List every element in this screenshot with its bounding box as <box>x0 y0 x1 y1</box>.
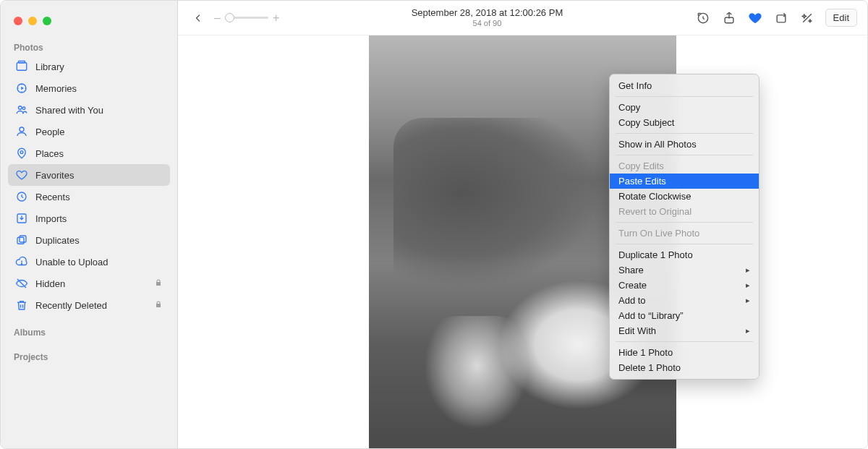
auto-enhance-icon[interactable] <box>799 10 815 26</box>
sidebar-item-hidden[interactable]: Hidden <box>8 273 170 294</box>
sidebar-item-label: Unable to Upload <box>35 257 108 268</box>
menu-add-to[interactable]: Add to▸ <box>610 293 759 308</box>
minimize-window-button[interactable] <box>28 17 37 25</box>
toolbar-title-area: September 28, 2018 at 12:00:26 PM 54 of … <box>285 7 689 28</box>
shared-icon <box>15 103 28 116</box>
menu-copy-subject[interactable]: Copy Subject <box>610 115 759 130</box>
sidebar-item-label: Favorites <box>35 170 74 181</box>
sidebar-item-unable-to-upload[interactable]: Unable to Upload <box>8 251 170 273</box>
menu-revert-to-original: Revert to Original <box>610 204 759 219</box>
svg-marker-3 <box>21 87 24 90</box>
sidebar-item-label: Shared with You <box>35 105 103 116</box>
sidebar-item-label: Recently Deleted <box>35 300 107 311</box>
sidebar-item-label: People <box>35 127 64 137</box>
duplicates-icon <box>15 234 28 247</box>
svg-point-12 <box>21 263 22 264</box>
sidebar-item-duplicates[interactable]: Duplicates <box>8 229 170 251</box>
menu-separator <box>616 341 753 342</box>
svg-point-5 <box>22 107 25 110</box>
photo-counter: 54 of 90 <box>285 19 689 28</box>
sidebar-nav: Library Memories Shared with You People <box>1 56 177 316</box>
menu-create[interactable]: Create▸ <box>610 278 759 293</box>
people-icon <box>15 125 28 138</box>
sidebar-item-favorites[interactable]: Favorites <box>8 164 170 186</box>
menu-share[interactable]: Share▸ <box>610 262 759 278</box>
menu-delete[interactable]: Delete 1 Photo <box>610 360 759 375</box>
sidebar-item-recents[interactable]: Recents <box>8 186 170 208</box>
chevron-right-icon: ▸ <box>746 281 750 290</box>
svg-rect-1 <box>19 61 25 63</box>
window-controls <box>1 7 177 38</box>
heart-icon <box>15 168 28 181</box>
menu-rotate-clockwise[interactable]: Rotate Clockwise <box>610 189 759 204</box>
edit-button[interactable]: Edit <box>825 9 857 27</box>
sidebar-item-shared-with-you[interactable]: Shared with You <box>8 99 170 121</box>
zoom-slider[interactable]: – + <box>214 12 279 25</box>
photo-viewer[interactable] <box>178 35 867 448</box>
memories-icon <box>15 82 28 95</box>
menu-get-info[interactable]: Get Info <box>610 78 759 93</box>
sidebar-section-albums[interactable]: Albums <box>1 323 177 341</box>
sidebar-item-label: Imports <box>35 213 67 224</box>
menu-copy[interactable]: Copy <box>610 100 759 115</box>
add-date-icon[interactable] <box>695 10 711 26</box>
sidebar-item-label: Library <box>35 61 64 72</box>
sidebar-item-places[interactable]: Places <box>8 142 170 164</box>
toolbar-actions: Edit <box>695 9 857 27</box>
menu-separator <box>616 222 753 223</box>
svg-point-7 <box>20 151 23 154</box>
lock-icon <box>154 278 163 289</box>
context-menu: Get Info Copy Copy Subject Show in All P… <box>609 74 760 380</box>
menu-copy-edits: Copy Edits <box>610 158 759 174</box>
main-content: – + September 28, 2018 at 12:00:26 PM 54… <box>178 1 867 448</box>
sidebar-item-recently-deleted[interactable]: Recently Deleted <box>8 294 170 316</box>
zoom-plus-label: + <box>273 12 279 25</box>
menu-separator <box>616 133 753 134</box>
zoom-window-button[interactable] <box>43 17 51 25</box>
menu-separator <box>616 155 753 155</box>
svg-rect-0 <box>17 63 27 71</box>
chevron-right-icon: ▸ <box>746 265 750 275</box>
sidebar-item-label: Duplicates <box>35 235 80 246</box>
cloud-alert-icon <box>15 255 28 268</box>
sidebar-item-label: Memories <box>35 83 77 94</box>
menu-paste-edits[interactable]: Paste Edits <box>610 174 759 189</box>
chevron-right-icon: ▸ <box>746 326 750 335</box>
close-window-button[interactable] <box>14 17 22 25</box>
library-icon <box>15 60 28 73</box>
sidebar-item-label: Places <box>35 148 64 159</box>
menu-duplicate[interactable]: Duplicate 1 Photo <box>610 247 759 262</box>
sidebar-section-projects[interactable]: Projects <box>1 348 177 365</box>
clock-icon <box>15 190 28 203</box>
svg-rect-10 <box>17 237 24 244</box>
menu-add-to-library[interactable]: Add to “Library” <box>610 308 759 323</box>
places-icon <box>15 147 28 160</box>
menu-edit-with[interactable]: Edit With▸ <box>610 323 759 338</box>
photo-date-title: September 28, 2018 at 12:00:26 PM <box>285 7 689 19</box>
svg-point-6 <box>20 127 24 132</box>
svg-point-4 <box>19 106 22 110</box>
favorite-icon[interactable] <box>747 10 763 26</box>
menu-separator <box>616 96 753 97</box>
sidebar-item-people[interactable]: People <box>8 121 170 142</box>
chevron-right-icon: ▸ <box>746 296 750 305</box>
sidebar-item-library[interactable]: Library <box>8 56 170 77</box>
zoom-knob[interactable] <box>225 13 234 22</box>
zoom-minus-label: – <box>214 12 221 25</box>
menu-show-in-all-photos[interactable]: Show in All Photos <box>610 137 759 152</box>
menu-hide[interactable]: Hide 1 Photo <box>610 345 759 360</box>
sidebar-section-photos: Photos <box>1 38 177 56</box>
sidebar: Photos Library Memories Shared with You … <box>1 1 178 448</box>
back-button[interactable] <box>188 8 208 28</box>
menu-turn-on-live-photo: Turn On Live Photo <box>610 226 759 241</box>
zoom-track[interactable] <box>225 17 268 19</box>
sidebar-item-label: Recents <box>35 192 70 202</box>
sidebar-item-memories[interactable]: Memories <box>8 77 170 99</box>
svg-rect-11 <box>20 236 26 242</box>
sidebar-item-label: Hidden <box>35 278 65 289</box>
sidebar-item-imports[interactable]: Imports <box>8 208 170 229</box>
import-icon <box>15 212 28 225</box>
share-icon[interactable] <box>721 10 737 26</box>
hidden-icon <box>15 277 28 290</box>
rotate-icon[interactable] <box>773 10 789 26</box>
